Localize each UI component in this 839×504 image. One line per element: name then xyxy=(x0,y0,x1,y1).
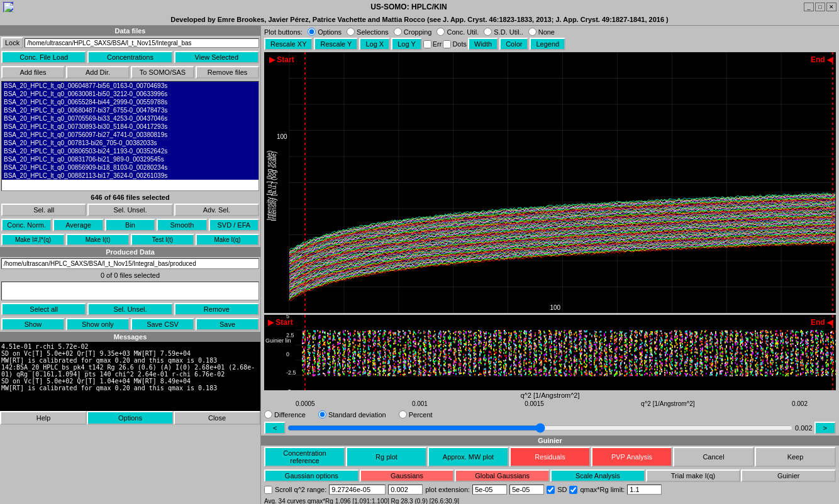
adv-sel-button[interactable]: Adv. Sel. xyxy=(174,204,259,216)
dots-checkbox-label[interactable]: Dots xyxy=(443,40,467,48)
show-only-button[interactable]: Show only xyxy=(66,318,130,331)
conc-file-load-button[interactable]: Conc. File Load xyxy=(1,51,86,63)
options-button[interactable]: Options xyxy=(87,411,174,425)
smooth-button[interactable]: Smooth xyxy=(157,219,207,231)
x-axis-label: q^2 [1/Angstrom^2] xyxy=(261,390,839,400)
close-button[interactable]: Close xyxy=(174,411,260,425)
guinier-forward-button[interactable]: > xyxy=(814,422,836,434)
x-axis-values: 0.0005 0.001 0.0015 q^2 [1/Angstrom^2] 0… xyxy=(261,400,839,408)
remove-files-button[interactable]: Remove files xyxy=(196,66,259,79)
difference-radio[interactable]: Difference xyxy=(264,410,306,419)
guinier-btn[interactable]: Guinier xyxy=(741,469,836,482)
pvp-analysis-button[interactable]: PVP Analysis xyxy=(591,447,672,467)
make-if-button[interactable]: Make I#,I*(q) xyxy=(1,234,65,246)
file-list-item[interactable]: BSA_20_HPLC_lt_q0_007813-bi26_705-0_0038… xyxy=(2,139,258,147)
err-checkbox[interactable] xyxy=(423,40,431,48)
rg-plot-button[interactable]: Rg plot xyxy=(346,447,427,467)
concentrations-button[interactable]: Concentrations xyxy=(87,51,172,63)
close-window-button[interactable]: ✕ xyxy=(826,3,836,11)
scroll-checkbox[interactable] xyxy=(264,486,272,494)
select-all-button[interactable]: Select all xyxy=(1,303,86,315)
lock-button[interactable]: Lock xyxy=(1,37,23,48)
add-files-button[interactable]: Add files xyxy=(1,66,65,79)
guinier-back-button[interactable]: < xyxy=(264,422,286,434)
file-list[interactable]: BSA_20_HPLC_lt_q0_00604877-bi56_0163-0_0… xyxy=(1,81,259,191)
rescale-y-button[interactable]: Rescale Y xyxy=(314,38,358,50)
sel-unsel-button[interactable]: Sel. Unsel. xyxy=(87,204,172,216)
sd-checkbox[interactable] xyxy=(547,486,555,494)
scroll-value1-input[interactable] xyxy=(329,485,386,495)
scroll-value2-input[interactable] xyxy=(388,485,423,495)
sel-unsel-lower-button[interactable]: Sel. Unsel. xyxy=(87,303,172,315)
concentration-reference-button[interactable]: Concentration reference xyxy=(264,447,345,467)
window-controls[interactable]: _ □ ✕ xyxy=(804,3,836,11)
show-button[interactable]: Show xyxy=(1,318,65,331)
make-iq-button[interactable]: Make I(q) xyxy=(196,234,259,246)
svd-efa-button[interactable]: SVD / EFA xyxy=(209,219,259,231)
plot-ext-value2-input[interactable] xyxy=(509,485,544,495)
lower-file-list[interactable] xyxy=(1,282,259,300)
file-list-item[interactable]: BSA_20_HPLC_lt_q0_00831706-bi21_989-0_00… xyxy=(2,155,258,163)
cancel-button-guinier[interactable]: Cancel xyxy=(673,447,754,467)
scale-analysis-button[interactable]: Scale Analysis xyxy=(550,469,645,482)
file-list-item[interactable]: BSA_20_HPLC_lt_q0_00604877-bi56_0163-0_0… xyxy=(2,82,258,90)
rescale-xy-button[interactable]: Rescale XY xyxy=(264,38,313,50)
messages-header: Messages xyxy=(0,332,260,342)
gaussians-button[interactable]: Gaussians xyxy=(360,469,455,482)
width-button[interactable]: Width xyxy=(468,38,498,50)
options-radio[interactable]: Options xyxy=(308,28,342,36)
plot-buttons-row: Plot buttons: Options Selections Croppin… xyxy=(261,26,839,38)
chart-100-label: 100 xyxy=(550,304,561,311)
minimize-button[interactable]: _ xyxy=(804,3,814,11)
dots-checkbox[interactable] xyxy=(443,40,451,48)
plot-ext-value1-input[interactable] xyxy=(472,485,507,495)
maximize-button[interactable]: □ xyxy=(815,3,825,11)
color-button[interactable]: Color xyxy=(499,38,528,50)
make-it-button[interactable]: Make I(t) xyxy=(66,234,130,246)
file-list-item[interactable]: BSA_20_HPLC_lt_q0_00856909-bi18_8103-0_0… xyxy=(2,163,258,172)
average-button[interactable]: Average xyxy=(53,219,103,231)
std-dev-radio[interactable]: Standard deviation xyxy=(318,410,386,419)
file-count: 646 of 646 files selected xyxy=(0,192,260,202)
cropping-radio[interactable]: Cropping xyxy=(394,28,432,36)
save-button[interactable]: Save xyxy=(196,318,259,331)
qmax-rg-checkbox[interactable] xyxy=(569,486,577,494)
help-button[interactable]: Help xyxy=(0,411,87,425)
file-list-item[interactable]: BSA_20_HPLC_lt_q0_00705569-bi33_4253-0_0… xyxy=(2,114,258,123)
save-csv-button[interactable]: Save CSV xyxy=(131,318,194,331)
file-list-item[interactable]: BSA_20_HPLC_lt_q0_00630081-bi50_3212-0_0… xyxy=(2,90,258,98)
conc-norm-button[interactable]: Conc. Norm. xyxy=(1,219,52,231)
file-list-item[interactable]: BSA_20_HPLC_lt_q0_00882113-bi17_3624-0_0… xyxy=(2,172,258,180)
view-selected-button[interactable]: View Selected xyxy=(174,51,259,63)
file-list-item[interactable]: BSA_20_HPLC_lt_q0_00806503-bi24_1193-0_0… xyxy=(2,147,258,155)
trial-make-iq-button[interactable]: Trial make I(q) xyxy=(646,469,741,482)
bin-button[interactable]: Bin xyxy=(105,219,155,231)
file-list-item[interactable]: BSA_20_HPLC_lt_q0_00655284-bi44_2999-0_0… xyxy=(2,98,258,106)
guinier-slider[interactable] xyxy=(287,423,793,433)
file-list-item[interactable]: BSA_20_HPLC_lt_q0_00756097-bi27_4741-0_0… xyxy=(2,131,258,139)
global-gaussians-button[interactable]: Global Gaussians xyxy=(455,469,550,482)
test-it-button[interactable]: Test I(t) xyxy=(131,234,194,246)
gaussian-options-button[interactable]: Gaussian options xyxy=(264,469,359,482)
keep-button[interactable]: Keep xyxy=(755,447,836,467)
sel-all-button[interactable]: Sel. all xyxy=(1,204,86,216)
add-dir-button[interactable]: Add Dir. xyxy=(66,66,130,79)
log-x-button[interactable]: Log X xyxy=(359,38,390,50)
legend-button[interactable]: Legend xyxy=(530,38,565,50)
qmax-rg-value-input[interactable] xyxy=(627,485,662,495)
approx-mw-plot-button[interactable]: Approx. MW plot xyxy=(428,447,509,467)
sel-row: Sel. all Sel. Unsel. Adv. Sel. xyxy=(0,202,260,217)
none-radio[interactable]: None xyxy=(528,28,555,36)
guinier-slider-value: 0.002 xyxy=(795,424,813,432)
sd-util-radio[interactable]: S.D. Util.. xyxy=(484,28,523,36)
file-list-item[interactable]: BSA_20_HPLC_lt_q0_00730893-bi30_5184-0_0… xyxy=(2,123,258,131)
conc-util-radio[interactable]: Conc. Util. xyxy=(436,28,479,36)
residuals-button[interactable]: Residuals xyxy=(509,447,591,467)
err-checkbox-label[interactable]: Err xyxy=(423,40,442,48)
to-somo-sas-button[interactable]: To SOMO/SAS xyxy=(131,66,194,79)
percent-radio[interactable]: Percent xyxy=(399,410,433,419)
selections-radio[interactable]: Selections xyxy=(347,28,389,36)
log-y-button[interactable]: Log Y xyxy=(391,38,422,50)
remove-button[interactable]: Remove xyxy=(174,303,259,315)
file-list-item[interactable]: BSA_20_HPLC_lt_q0_00680487-bi37_6755-0_0… xyxy=(2,106,258,114)
